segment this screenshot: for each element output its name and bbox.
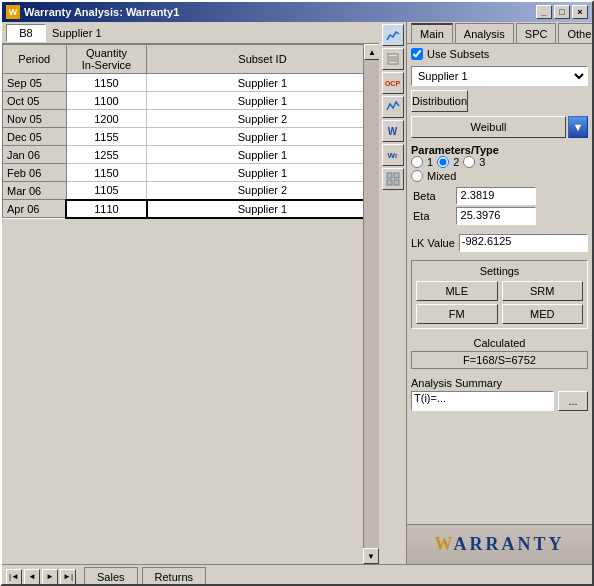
pencil-icon-btn[interactable] [382, 48, 404, 70]
cell-subset: Supplier 1 [147, 200, 378, 218]
w-blue-icon-btn[interactable]: W [382, 120, 404, 142]
warranty-w-letter: W [434, 534, 453, 554]
lk-value: -982.6125 [459, 234, 588, 252]
maximize-button[interactable]: □ [554, 5, 570, 19]
warranty-logo-text: WARRANTY [434, 534, 564, 555]
med-button[interactable]: MED [502, 304, 584, 324]
eta-value: 25.3976 [456, 207, 536, 225]
scroll-down-button[interactable]: ▼ [363, 548, 379, 564]
analysis-summary-label: Analysis Summary [411, 377, 588, 389]
param-table: Beta 2.3819 Eta 25.3976 [411, 186, 588, 226]
scroll-track[interactable] [364, 60, 379, 548]
table-row: Mar 06 1105 Supplier 2 [3, 182, 379, 200]
analysis-row: T(i)=... ... [411, 391, 588, 411]
table-row: Jan 06 1255 Supplier 1 [3, 146, 379, 164]
mixed-label: Mixed [427, 170, 456, 182]
scroll-up-button[interactable]: ▲ [364, 44, 379, 60]
close-button[interactable]: × [572, 5, 588, 19]
sheet-first-button[interactable]: |◄ [6, 569, 22, 585]
radio-1-label: 1 [427, 156, 433, 168]
cell-qty: 1150 [66, 164, 147, 182]
table-row: Nov 05 1200 Supplier 2 [3, 110, 379, 128]
tab-spc[interactable]: SPC [516, 23, 557, 43]
cell-qty: 1110 [66, 200, 147, 218]
table-row: Apr 06 1110 Supplier 1 [3, 200, 379, 218]
cell-qty: 1155 [66, 128, 147, 146]
radio-3-label: 3 [479, 156, 485, 168]
cell-period: Dec 05 [3, 128, 67, 146]
analysis-input[interactable]: T(i)=... [411, 391, 554, 411]
tabs-row: Main Analysis SPC Other [407, 22, 592, 44]
subset-select[interactable]: Supplier 1 [411, 66, 588, 86]
use-subsets-checkbox[interactable] [411, 48, 423, 60]
minimize-button[interactable]: _ [536, 5, 552, 19]
cell-subset: Supplier 1 [147, 92, 378, 110]
srm-button[interactable]: SRM [502, 281, 584, 301]
analysis-ellipsis-button[interactable]: ... [558, 391, 588, 411]
beta-label: Beta [411, 186, 454, 206]
cell-qty: 1105 [66, 182, 147, 200]
cell-subset: Supplier 2 [147, 182, 378, 200]
wr-icon-btn[interactable]: Wr [382, 144, 404, 166]
parameters-label: Parameters/Type [411, 144, 588, 156]
app-icon: W [6, 5, 20, 19]
param-beta-row: Beta 2.3819 [411, 186, 588, 206]
cell-value: Supplier 1 [52, 27, 102, 39]
svg-rect-4 [387, 173, 392, 178]
sheet-nav-buttons: |◄ ◄ ► ►| [6, 569, 76, 585]
warranty-logo: WARRANTY [407, 524, 592, 564]
radio-2-label: 2 [453, 156, 459, 168]
right-panel-content: Use Subsets Supplier 1 Distribution We [407, 44, 592, 524]
mle-button[interactable]: MLE [416, 281, 498, 301]
fm-button[interactable]: FM [416, 304, 498, 324]
cell-period: Mar 06 [3, 182, 67, 200]
distribution-button[interactable]: Distribution [411, 90, 468, 112]
lk-row: LK Value -982.6125 [411, 234, 588, 252]
tab-analysis[interactable]: Analysis [455, 23, 514, 43]
graph-icon-btn[interactable] [382, 96, 404, 118]
calculated-section: Calculated F=168/S=6752 [411, 337, 588, 369]
cell-subset: Supplier 1 [147, 164, 378, 182]
sheet-next-button[interactable]: ► [42, 569, 58, 585]
cell-period: Apr 06 [3, 200, 67, 218]
radio-2[interactable] [437, 156, 449, 168]
subset-dropdown-row: Supplier 1 [411, 66, 588, 86]
parameters-section: Parameters/Type 1 2 3 Mixed [411, 142, 588, 182]
window-title: Warranty Analysis: Warranty1 [24, 6, 179, 18]
data-table-container: Period QuantityIn-Service Subset ID Sep … [2, 44, 379, 564]
weibull-arrow-button[interactable]: ▼ [568, 116, 588, 138]
weibull-button[interactable]: Weibull [411, 116, 566, 138]
radio-row-123: 1 2 3 [411, 156, 588, 168]
header-period: Period [3, 45, 67, 74]
table-row: Feb 06 1150 Supplier 1 [3, 164, 379, 182]
cell-qty: 1255 [66, 146, 147, 164]
cell-subset: Supplier 1 [147, 146, 378, 164]
cell-period: Nov 05 [3, 110, 67, 128]
cell-period: Sep 05 [3, 74, 67, 92]
settings-section: Settings MLE SRM FM MED [411, 260, 588, 329]
cell-period: Feb 06 [3, 164, 67, 182]
grid-icon-btn[interactable] [382, 168, 404, 190]
radio-1[interactable] [411, 156, 423, 168]
tab-other[interactable]: Other [558, 23, 594, 43]
settings-btn-row: MLE SRM [416, 281, 583, 301]
use-subsets-row: Use Subsets [411, 48, 588, 60]
ocp-icon-btn[interactable]: OCP [382, 72, 404, 94]
tab-returns[interactable]: Returns [142, 567, 207, 587]
tab-sales[interactable]: Sales [84, 567, 138, 587]
table-row: Sep 05 1150 Supplier 1 [3, 74, 379, 92]
weibull-row: Weibull ▼ [411, 116, 588, 138]
radio-3[interactable] [463, 156, 475, 168]
header-subset: Subset ID [147, 45, 378, 74]
tab-main[interactable]: Main [411, 23, 453, 43]
use-subsets-label: Use Subsets [427, 48, 489, 60]
scrollbar-vertical[interactable]: ▲ ▼ [363, 44, 379, 564]
chart-icon-btn[interactable] [382, 24, 404, 46]
radio-mixed[interactable] [411, 170, 423, 182]
sheet-last-button[interactable]: ►| [60, 569, 76, 585]
content-area: B8 Supplier 1 Period QuantityIn-Service … [2, 22, 592, 564]
sheet-prev-button[interactable]: ◄ [24, 569, 40, 585]
cell-qty: 1100 [66, 92, 147, 110]
cell-subset: Supplier 2 [147, 110, 378, 128]
title-bar: W Warranty Analysis: Warranty1 _ □ × [2, 2, 592, 22]
